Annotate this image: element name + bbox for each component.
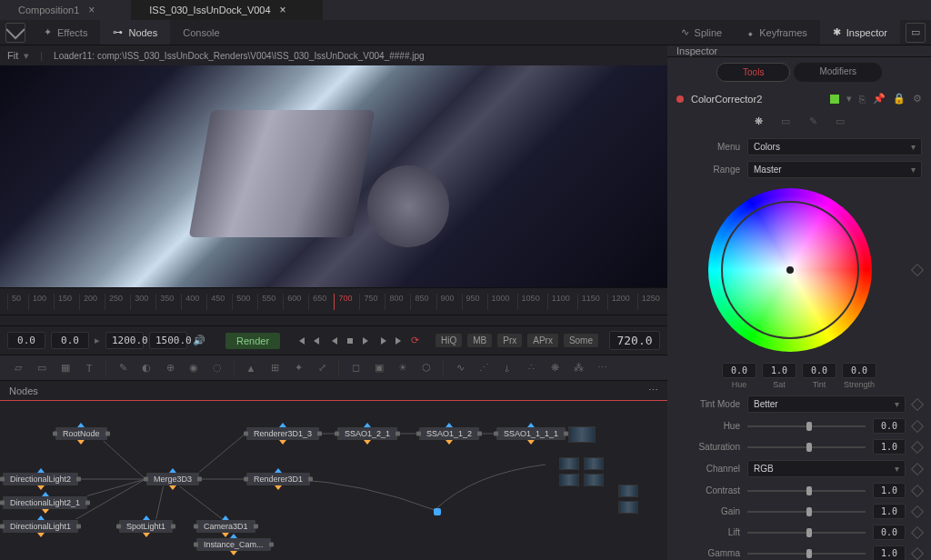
timeline-tick[interactable]: 50 [7,294,25,310]
timeline-tick[interactable]: 500 [232,294,254,310]
keyframe-diamond[interactable] [911,264,924,276]
timeline-tick[interactable]: 1200 [607,294,634,310]
quality-mb[interactable]: MB [467,334,492,347]
color-chip[interactable] [830,95,839,104]
tool-wand[interactable]: ⋰ [473,357,495,379]
hue-value[interactable]: 0.0 [722,363,756,378]
timeline-tick[interactable]: 1250 [637,294,664,310]
tool-paint[interactable]: ✎ [112,357,134,379]
time-start[interactable]: 1200.0 [105,332,144,349]
timeline-tick[interactable]: 900 [436,294,458,310]
keyframe-diamond[interactable] [911,484,924,496]
timeline-tick[interactable]: 400 [181,294,203,310]
tool-spline[interactable]: ⫰ [496,357,518,379]
panel-tab-console[interactable]: Console [170,20,232,45]
tool-background[interactable]: ▱ [7,357,29,379]
graph-node[interactable]: Renderer3D1_3 [245,426,320,441]
step-back-button[interactable] [312,331,323,351]
gamma-slider[interactable] [747,553,866,555]
lift-value[interactable]: 0.0 [873,525,906,540]
panel-tab-inspector[interactable]: ✱Inspector [820,20,900,45]
keyframe-diamond[interactable] [911,505,924,517]
panel-tab-effects[interactable]: ✦Effects [31,20,100,45]
color-wheel[interactable] [708,188,872,352]
step-forward-button[interactable] [377,331,388,351]
timeline-tick[interactable]: 300 [130,294,152,310]
page-settings-icon[interactable]: ▭ [832,114,848,128]
keyframe-diamond[interactable] [911,462,924,475]
go-first-button[interactable] [295,331,306,351]
timeline-tick[interactable]: 1150 [577,294,604,310]
contrast-value[interactable]: 1.0 [873,483,906,498]
channel-dropdown[interactable]: RGB▾ [747,460,906,477]
quality-aprx[interactable]: APrx [527,334,558,347]
tool-card[interactable]: ▭ [31,357,53,379]
tool-light[interactable]: ☀ [392,357,414,379]
timeline-tick[interactable]: 1100 [547,294,574,310]
graph-node[interactable]: SSAO1_2_1 [336,426,398,441]
tool-3d[interactable]: ◻ [345,357,366,379]
quality-prx[interactable]: Prx [497,334,522,347]
tintmode-dropdown[interactable]: Better▾ [747,395,906,413]
tool-tracker[interactable]: ⊕ [159,357,181,379]
keyframe-diamond[interactable] [911,397,924,410]
node-graph[interactable]: RootNodeMerge3D3Renderer3D1_3Renderer3D1… [0,400,667,560]
timeline-tick[interactable]: 450 [206,294,228,310]
graph-node[interactable]: DirectionalLight2_1 [2,495,88,510]
tool-render[interactable]: ⬡ [415,357,437,379]
sat-slider[interactable] [747,446,866,448]
play-button[interactable] [361,331,372,351]
graph-node[interactable]: SpotLight1 [118,519,174,534]
graph-node[interactable]: Merge3D3 [145,472,200,486]
keyframe-diamond[interactable] [911,525,924,538]
scrubber[interactable] [0,315,667,325]
graph-node[interactable]: DirectionalLight1 [2,519,79,534]
tool-curve[interactable]: ∿ [449,357,471,379]
timeline-tick[interactable]: 200 [79,294,101,310]
timeline-tick[interactable]: 1050 [517,294,544,310]
gain-value[interactable]: 1.0 [873,504,906,519]
tool-keyer[interactable]: ▲ [240,357,262,379]
timeline-tick[interactable]: 750 [359,294,381,310]
keyframe-diamond[interactable] [911,419,924,432]
pin-icon[interactable]: 📌 [873,93,886,105]
node-thumbnail[interactable] [568,426,596,443]
page-levels-icon[interactable]: ▭ [777,114,794,128]
node-thumbnail[interactable] [559,457,579,470]
panel-menu-button[interactable] [5,23,25,43]
viewer[interactable] [0,65,667,287]
tool-more[interactable]: ⋯ [591,357,613,379]
graph-node[interactable]: RootNode [55,426,108,441]
tint-value[interactable]: 0.0 [802,363,836,378]
quality-hiq[interactable]: HiQ [435,334,462,347]
timeline-tick[interactable]: 550 [257,294,279,310]
strength-value[interactable]: 0.0 [842,363,876,378]
tool-camera[interactable]: ▣ [368,357,390,379]
settings-icon[interactable]: ⚙ [913,93,922,105]
gain-slider[interactable] [747,511,866,513]
timeline-tick[interactable]: 350 [155,294,177,310]
version-icon[interactable]: ⎘ [859,94,866,105]
timeline-tick[interactable]: 600 [283,294,305,310]
graph-node[interactable]: SSAO1_1_1_1 [496,426,566,441]
tool-resize[interactable]: ⤢ [311,357,333,379]
gamma-value[interactable]: 1.0 [873,545,906,560]
node-thumbnail[interactable] [618,501,638,514]
tool-text[interactable]: T [78,357,100,379]
tool-particles2[interactable]: ⁂ [567,357,589,379]
menu-dropdown[interactable]: Colors▾ [747,138,922,155]
timeline-tick[interactable]: 800 [385,294,406,310]
timeline-tick[interactable]: 100 [28,294,50,310]
loop-button[interactable]: ⟳ [410,331,420,351]
sat-slider-value[interactable]: 1.0 [873,439,906,455]
contrast-slider[interactable] [747,490,866,492]
timeline-tick[interactable]: 1000 [487,294,514,310]
keyframe-diamond[interactable] [911,546,924,559]
fit-dropdown[interactable]: Fit [7,50,18,61]
node-thumbnail[interactable] [559,474,579,486]
close-icon[interactable]: × [88,4,95,16]
tool-merge[interactable]: ⊞ [264,357,285,379]
tool-noise[interactable]: ▦ [55,357,76,379]
node-thumbnail[interactable] [618,485,638,497]
keyframe-diamond[interactable] [911,440,924,453]
